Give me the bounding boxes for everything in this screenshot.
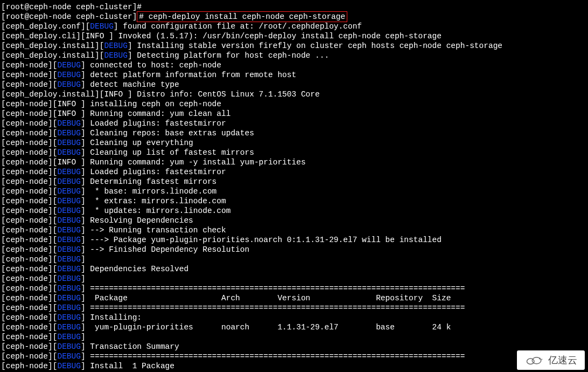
terminal-line: [ceph-node][INFO ] Running command: yum … [1,109,587,119]
svg-point-0 [527,359,535,364]
terminal-line: [ceph-node][DEBUG] * updates: mirrors.li… [1,206,587,216]
terminal-line: [ceph_deploy.cli][INFO ] Invoked (1.5.17… [1,31,587,41]
terminal-line: [ceph-node][DEBUG] [1,332,587,342]
terminal-line: [ceph-node][DEBUG] Determining fastest m… [1,177,587,187]
terminal-line: [ceph-node][DEBUG] Cleaning up everythin… [1,138,587,148]
watermark-text: 亿速云 [548,355,577,365]
terminal-line: [ceph-node][DEBUG] * extras: mirrors.lin… [1,196,587,206]
terminal-line: [ceph-node][DEBUG] --> Finished Dependen… [1,245,587,254]
terminal-line: [ceph_deploy.install][DEBUG] Detecting p… [1,51,587,60]
terminal-line: [root@ceph-node ceph-cluster]# [1,2,587,12]
terminal-output: [root@ceph-node ceph-cluster]# [root@cep… [0,0,588,372]
terminal-line: [ceph-node][DEBUG] connected to host: ce… [1,60,587,70]
terminal-line: [ceph-node][DEBUG] =====================… [1,284,587,293]
terminal-line: [ceph-node][DEBUG] ---> Package yum-plug… [1,235,587,245]
terminal-line: [ceph-node][DEBUG] yum-plugin-priorities… [1,322,587,332]
terminal-line: [ceph_deploy.install][INFO ] Distro info… [1,89,587,99]
terminal-line: [ceph-node][DEBUG] Transaction Summary [1,342,587,352]
terminal-line: [ceph-node][DEBUG] * base: mirrors.linod… [1,187,587,196]
terminal-line: [ceph-node][DEBUG] Cleaning repos: base … [1,128,587,138]
terminal-line: [ceph-node][DEBUG] =====================… [1,352,587,361]
terminal-line: [ceph-node][DEBUG] Loaded plugins: faste… [1,167,587,177]
terminal-line: [ceph-node][DEBUG] Dependencies Resolved [1,264,587,274]
terminal-line: [ceph-node][DEBUG] [1,274,587,284]
terminal-line: [root@ceph-node ceph-cluster]# ceph-depl… [1,12,587,22]
cloud-icon [524,355,544,366]
terminal-line: [ceph-node][DEBUG] Loaded plugins: faste… [1,119,587,128]
terminal-line: [ceph-node][DEBUG] Cleaning up list of f… [1,148,587,157]
svg-point-3 [541,359,542,360]
terminal-line: [ceph-node][DEBUG] [1,254,587,264]
terminal-line: [ceph-node][DEBUG] detect machine type [1,80,587,89]
terminal-line: [ceph-node][DEBUG] Install 1 Package [1,361,587,371]
terminal-line: [ceph_deploy.conf][DEBUG] found configur… [1,22,587,31]
terminal-line: [ceph-node][DEBUG] =====================… [1,303,587,313]
watermark-badge: 亿速云 [517,350,585,370]
terminal-line: [ceph-node][DEBUG] Installing: [1,313,587,322]
terminal-line: [ceph-node][DEBUG] --> Running transacti… [1,225,587,235]
terminal-line: [ceph-node][INFO ] installing ceph on ce… [1,99,587,109]
terminal-line: [ceph-node][DEBUG] detect platform infor… [1,70,587,80]
svg-point-2 [539,358,541,360]
highlighted-command: # ceph-deploy install ceph-node ceph-sto… [137,11,347,22]
terminal-line: [ceph-node][DEBUG] Package Arch Version … [1,293,587,303]
terminal-line: [ceph_deploy.install][DEBUG] Installing … [1,41,587,51]
terminal-line: [ceph-node][INFO ] Running command: yum … [1,157,587,167]
terminal-line: [ceph-node][DEBUG] Resolving Dependencie… [1,216,587,225]
